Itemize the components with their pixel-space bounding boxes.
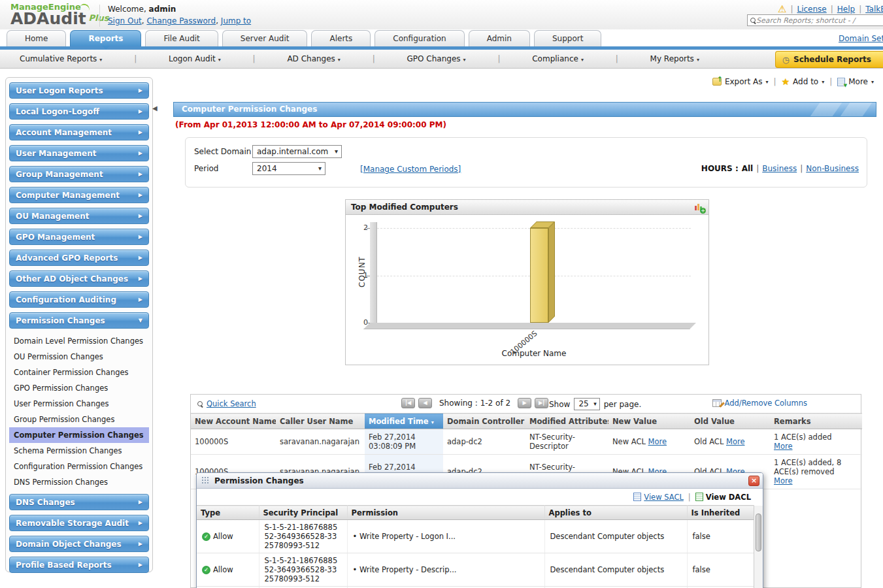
sidebar-section-local-logon-logoff[interactable]: Local Logon-Logoff▶ bbox=[9, 103, 149, 120]
sidebar-section-profile-based-reports[interactable]: Profile Based Reports▶ bbox=[9, 557, 149, 573]
hours-option-non-business[interactable]: Non-Business bbox=[806, 164, 859, 173]
sidebar-section-computer-management[interactable]: Computer Management▶ bbox=[9, 187, 149, 203]
sidebar-section-permission-changes[interactable]: Permission Changes▼ bbox=[9, 312, 149, 329]
sidebar-section-removable-storage-audit[interactable]: Removable Storage Audit▶ bbox=[9, 515, 149, 531]
more-link[interactable]: More bbox=[726, 437, 745, 446]
prev-page-button[interactable]: ◀ bbox=[418, 398, 432, 408]
chart-type-icon[interactable] bbox=[693, 203, 703, 212]
sidebar-item-schema-permission-changes[interactable]: Schema Permission Changes bbox=[9, 443, 149, 459]
sidebar-item-ou-permission-changes[interactable]: OU Permission Changes bbox=[9, 349, 149, 365]
column-header-domain-controller[interactable]: Domain Controller bbox=[443, 414, 525, 429]
more-link[interactable]: More bbox=[648, 437, 667, 446]
more-button[interactable]: More ▾ bbox=[837, 77, 874, 86]
sidebar-collapse-handle[interactable]: ◀ bbox=[152, 105, 158, 112]
sidebar-section-gpo-management[interactable]: GPO Management▶ bbox=[9, 229, 149, 245]
sidebar-item-configuration-permission-changes[interactable]: Configuration Permission Changes bbox=[9, 459, 149, 474]
warning-icon[interactable]: ⚠ bbox=[778, 5, 786, 14]
manage-custom-periods-link[interactable]: [Manage Custom Periods] bbox=[360, 165, 461, 174]
sidebar-section-user-logon-reports[interactable]: User Logon Reports▶ bbox=[9, 82, 149, 99]
chevron-right-icon: ▶ bbox=[139, 562, 142, 568]
subnav-gpo-changes[interactable]: GPO Changes▾ bbox=[407, 54, 466, 63]
column-header-modified-attributes[interactable]: Modified Attributes bbox=[525, 414, 608, 429]
chart-3d-floor bbox=[363, 323, 696, 329]
search-input[interactable] bbox=[756, 16, 883, 25]
add-remove-columns-button[interactable]: Add/Remove Columns bbox=[712, 399, 808, 408]
sidebar-section-user-management[interactable]: User Management▶ bbox=[9, 145, 149, 161]
chevron-right-icon: ▶ bbox=[139, 129, 142, 135]
hours-option-all[interactable]: All bbox=[742, 164, 754, 173]
column-header-modified-time[interactable]: Modified Time ▾ bbox=[365, 414, 443, 429]
sidebar-section-ou-management[interactable]: OU Management▶ bbox=[9, 208, 149, 224]
scrollbar-thumb[interactable] bbox=[756, 514, 761, 551]
next-page-button[interactable]: ▶ bbox=[518, 398, 531, 408]
brand-adaudit: ADAudit bbox=[10, 9, 86, 28]
sign-out-link[interactable]: Sign Out bbox=[108, 16, 142, 25]
talkback-link[interactable]: TalkBack bbox=[865, 5, 883, 14]
subnav-cumulative-reports[interactable]: Cumulative Reports▾ bbox=[20, 54, 102, 63]
quick-search-link[interactable]: Quick Search bbox=[197, 399, 256, 408]
schedule-reports-button[interactable]: ◷ Schedule Reports bbox=[775, 51, 883, 68]
page-size-select[interactable]: 25 bbox=[574, 398, 599, 410]
show-label: Show bbox=[549, 400, 570, 409]
help-link[interactable]: Help bbox=[837, 5, 855, 14]
tab-server-audit[interactable]: Server Audit bbox=[222, 30, 308, 47]
sidebar-item-group-permission-changes[interactable]: Group Permission Changes bbox=[9, 412, 149, 427]
tab-admin[interactable]: Admin bbox=[469, 30, 530, 47]
sidebar-section-label: User Logon Reports bbox=[16, 86, 103, 95]
first-page-button[interactable]: |◀ bbox=[401, 398, 415, 408]
chart-bar[interactable] bbox=[530, 228, 548, 323]
popup-scrollbar[interactable] bbox=[754, 506, 763, 588]
subnav-logon-audit[interactable]: Logon Audit▾ bbox=[169, 54, 221, 63]
sidebar-item-user-permission-changes[interactable]: User Permission Changes bbox=[9, 396, 149, 412]
sidebar-item-dns-permission-changes[interactable]: DNS Permission Changes bbox=[9, 474, 149, 490]
tab-home[interactable]: Home bbox=[7, 30, 66, 47]
subnav-ad-changes[interactable]: AD Changes▾ bbox=[287, 54, 340, 63]
column-header-new-value[interactable]: New Value bbox=[608, 414, 690, 429]
column-header-new-account-name[interactable]: New Account Name bbox=[191, 414, 276, 429]
drag-handle-icon[interactable] bbox=[201, 476, 210, 485]
sidebar-item-gpo-permission-changes[interactable]: GPO Permission Changes bbox=[9, 380, 149, 396]
column-header-remarks[interactable]: Remarks bbox=[770, 414, 862, 429]
popup-title-bar[interactable]: Permission Changes × bbox=[197, 473, 763, 489]
subnav-compliance[interactable]: Compliance▾ bbox=[532, 54, 584, 63]
sidebar-section-dns-changes[interactable]: DNS Changes▶ bbox=[9, 494, 149, 510]
sidebar-item-container-permission-changes[interactable]: Container Permission Changes bbox=[9, 365, 149, 380]
jump-to-link[interactable]: Jump to bbox=[221, 16, 251, 25]
hours-option-business[interactable]: Business bbox=[762, 164, 797, 173]
sidebar-section-advanced-gpo-reports[interactable]: Advanced GPO Reports▶ bbox=[9, 250, 149, 266]
sidebar-section-account-management[interactable]: Account Management▶ bbox=[9, 124, 149, 140]
license-link[interactable]: License bbox=[797, 5, 827, 14]
popup-table-row: ✓AllowS-1-5-21-1867688552-3649366528-332… bbox=[197, 520, 754, 553]
column-header-old-value[interactable]: Old Value bbox=[690, 414, 770, 429]
view-sacl-link[interactable]: View SACL bbox=[633, 493, 684, 502]
tab-alerts[interactable]: Alerts bbox=[311, 30, 371, 47]
tab-reports[interactable]: Reports bbox=[70, 30, 141, 47]
export-as-button[interactable]: Export As ▾ bbox=[712, 77, 769, 86]
cell-old-value: Old ACL More bbox=[690, 429, 770, 455]
column-header-caller-user-name[interactable]: Caller User Name bbox=[276, 414, 365, 429]
period-select[interactable]: 2014 bbox=[252, 162, 325, 175]
cell-permission: Write Property - Logon I... bbox=[347, 520, 544, 553]
domain-settings-link[interactable]: Domain Settings bbox=[839, 34, 883, 43]
sidebar-section-configuration-auditing[interactable]: Configuration Auditing▶ bbox=[9, 291, 149, 308]
chevron-right-icon: ▶ bbox=[139, 255, 142, 261]
tab-configuration[interactable]: Configuration bbox=[375, 30, 464, 47]
sidebar-item-computer-permission-changes[interactable]: Computer Permission Changes bbox=[9, 427, 149, 443]
add-to-button[interactable]: ★ Add to ▾ bbox=[782, 76, 825, 87]
more-link[interactable]: More bbox=[774, 476, 793, 485]
sidebar-item-domain-level-permission-changes[interactable]: Domain Level Permission Changes bbox=[9, 333, 149, 349]
sidebar-section-label: Profile Based Reports bbox=[16, 561, 112, 570]
sidebar-section-domain-object-changes[interactable]: Domain Object Changes▶ bbox=[9, 536, 149, 552]
last-page-button[interactable]: ▶| bbox=[535, 398, 548, 408]
close-icon[interactable]: × bbox=[748, 476, 759, 486]
popup-column-header-applies-to: Applies to bbox=[544, 506, 687, 520]
change-password-link[interactable]: Change Password bbox=[146, 16, 216, 25]
tab-support[interactable]: Support bbox=[534, 30, 601, 47]
view-dacl-button[interactable]: View DACL bbox=[695, 493, 751, 502]
sidebar-section-other-ad-object-changes[interactable]: Other AD Object Changes▶ bbox=[9, 270, 149, 287]
tab-file-audit[interactable]: File Audit bbox=[145, 30, 218, 47]
more-link[interactable]: More bbox=[774, 442, 793, 451]
subnav-my-reports[interactable]: My Reports▾ bbox=[650, 54, 699, 63]
domain-select[interactable]: adap.internal.com bbox=[252, 145, 342, 158]
sidebar-section-group-management[interactable]: Group Management▶ bbox=[9, 166, 149, 182]
